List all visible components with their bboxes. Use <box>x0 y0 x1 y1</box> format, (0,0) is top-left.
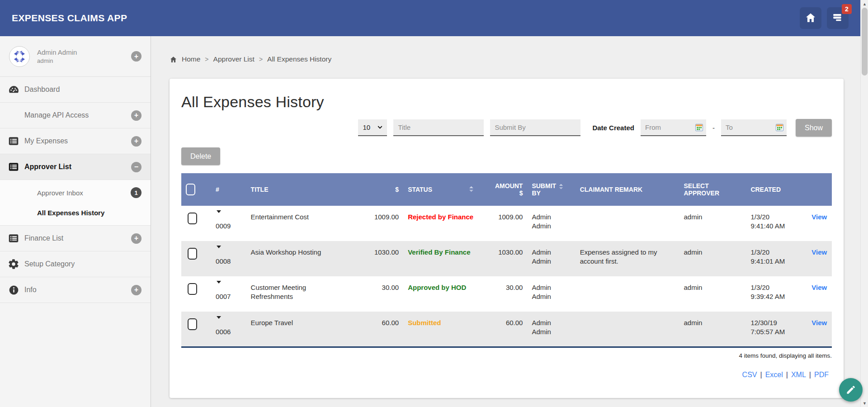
row-title: Entertainment Cost <box>246 206 353 241</box>
sidebar-item-label: Finance List <box>24 234 63 242</box>
app-title: EXPENSES CLAIMS APP <box>12 13 127 24</box>
select-all-checkbox[interactable] <box>186 184 195 195</box>
row-remark: Expenses assigned to my account first. <box>576 241 679 276</box>
calendar-icon[interactable] <box>776 124 783 133</box>
table-row: 0006 Europe Travel 60.00 Submitted 60.00… <box>181 312 832 347</box>
scroll-up-arrow-icon[interactable]: ▲ <box>861 0 868 8</box>
sidebar-item-info[interactable]: Info + <box>0 277 151 303</box>
pending-approvals-button[interactable]: 2 <box>827 7 849 29</box>
export-excel-link[interactable]: Excel <box>765 371 783 379</box>
row-id: 0007 <box>216 292 242 301</box>
breadcrumb-separator: > <box>205 56 208 63</box>
row-title: Europe Travel <box>246 312 353 347</box>
date-to-wrap <box>721 119 787 136</box>
row-checkbox[interactable] <box>188 213 197 224</box>
expand-plus-icon[interactable]: + <box>131 110 142 121</box>
sidebar-item-all-expenses-history[interactable]: All Expenses History <box>0 203 151 222</box>
col-header-num: # <box>211 173 246 206</box>
row-checkbox[interactable] <box>188 318 197 330</box>
row-expand-caret-icon[interactable] <box>217 316 221 327</box>
expand-plus-icon[interactable]: + <box>131 136 142 147</box>
scroll-down-arrow-icon[interactable]: ▼ <box>861 399 868 407</box>
row-submit-by: Admin Admin <box>527 241 575 276</box>
row-expand-caret-icon[interactable] <box>217 210 221 221</box>
export-separator: | <box>786 371 788 379</box>
sidebar-item-label: Setup Category <box>24 260 75 268</box>
list-icon <box>7 232 20 244</box>
table-row: 0008 Asia Workshop Hosting 1030.00 Verif… <box>181 241 832 276</box>
col-header-status-label: STATUS <box>408 186 432 193</box>
row-expand-caret-icon[interactable] <box>217 246 221 256</box>
export-links: CSV|Excel|XML|PDF <box>181 371 832 379</box>
breadcrumb-home[interactable]: Home <box>182 55 200 63</box>
view-link[interactable]: View <box>811 319 827 327</box>
breadcrumb-approver-list[interactable]: Approver List <box>213 55 255 63</box>
page-size-select[interactable]: 10 <box>358 119 387 136</box>
table-header-row: # TITLE $ STATUS AMOUNT$ <box>181 173 832 206</box>
table-row: 0009 Entertainment Cost 1009.00 Rejected… <box>181 206 832 241</box>
view-link[interactable]: View <box>811 284 827 291</box>
export-csv-link[interactable]: CSV <box>742 371 757 379</box>
top-navbar: EXPENSES CLAIMS APP 2 <box>0 0 860 36</box>
sidebar-item-manage-api-access[interactable]: Manage API Access + <box>0 103 151 128</box>
date-created-label: Date Created <box>592 124 634 132</box>
row-dollar: 1009.00 <box>353 206 403 241</box>
col-header-submit-label: SUBMITBY <box>532 182 556 197</box>
row-approver: admin <box>679 312 746 347</box>
gear-icon <box>7 258 20 270</box>
view-link[interactable]: View <box>811 248 827 256</box>
breadcrumb-current: All Expenses History <box>267 55 331 63</box>
sidebar-item-approver-list[interactable]: Approver List − <box>0 154 151 180</box>
vertical-scrollbar[interactable]: ▲ ▼ <box>860 0 868 407</box>
col-header-remark: CLAIMANT REMARK <box>576 173 679 206</box>
collapse-minus-icon[interactable]: − <box>131 162 142 172</box>
sort-icon[interactable] <box>468 185 474 194</box>
chevron-down-icon <box>377 124 383 131</box>
user-block[interactable]: Admin Admin admin + <box>0 36 151 77</box>
user-name: Admin Admin <box>37 48 77 56</box>
row-dollar: 1030.00 <box>353 241 403 276</box>
sort-icon[interactable] <box>558 183 564 191</box>
col-header-dollar: $ <box>353 173 403 206</box>
expand-plus-icon[interactable]: + <box>131 233 142 244</box>
submit-by-filter-input[interactable] <box>490 119 580 136</box>
col-header-approver: SELECTAPPROVER <box>679 173 746 206</box>
sidebar: Admin Admin admin + Dashboard Manage API… <box>0 36 151 407</box>
row-amount: 1009.00 <box>481 206 527 241</box>
export-xml-link[interactable]: XML <box>791 371 806 379</box>
col-header-actions <box>807 173 832 206</box>
row-checkbox[interactable] <box>188 283 197 295</box>
scrollbar-thumb[interactable] <box>862 8 868 76</box>
view-link[interactable]: View <box>811 213 827 221</box>
home-icon <box>805 12 816 25</box>
row-created: 1/3/209:41:40 AM <box>746 206 807 241</box>
sidebar-item-finance-list[interactable]: Finance List + <box>0 226 151 251</box>
title-filter-input[interactable] <box>393 119 484 136</box>
sidebar-item-approver-inbox[interactable]: Approver Inbox 1 <box>0 183 151 203</box>
row-expand-caret-icon[interactable] <box>217 281 221 291</box>
delete-button[interactable]: Delete <box>181 147 220 165</box>
edit-fab-button[interactable] <box>839 378 863 402</box>
show-button[interactable]: Show <box>796 119 832 137</box>
sidebar-item-dashboard[interactable]: Dashboard <box>0 77 151 103</box>
row-submit-by: Admin Admin <box>527 206 575 241</box>
export-separator: | <box>809 371 811 379</box>
main-content: Home > Approver List > All Expenses Hist… <box>151 36 860 407</box>
col-header-created: CREATED <box>746 173 807 206</box>
col-header-status[interactable]: STATUS <box>403 173 481 206</box>
expand-plus-icon[interactable]: + <box>131 285 142 295</box>
dashboard-gauge-icon <box>7 84 20 96</box>
row-submit-by: Admin Admin <box>527 312 575 347</box>
user-expand-button[interactable]: + <box>131 51 142 62</box>
home-button[interactable] <box>800 7 821 29</box>
sidebar-item-setup-category[interactable]: Setup Category <box>0 251 151 277</box>
col-header-title: TITLE <box>246 173 353 206</box>
row-checkbox[interactable] <box>188 248 197 260</box>
sidebar-item-label: Manage API Access <box>24 111 89 119</box>
calendar-icon[interactable] <box>695 124 703 133</box>
export-pdf-link[interactable]: PDF <box>814 371 829 379</box>
content-card: All Expenses History 10 Date Created <box>170 79 844 398</box>
row-id: 0009 <box>216 222 242 231</box>
sidebar-item-my-expenses[interactable]: My Expenses + <box>0 128 151 154</box>
col-header-submit-by[interactable]: SUBMITBY <box>527 173 575 206</box>
